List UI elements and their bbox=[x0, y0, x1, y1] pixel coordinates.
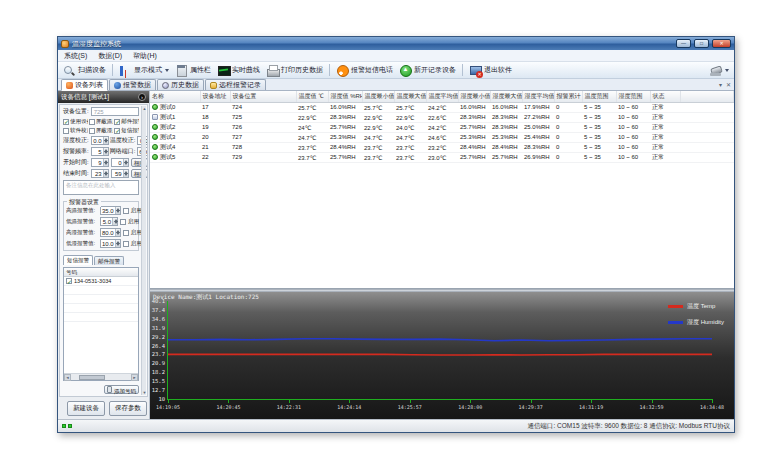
spinner-arrows-icon[interactable] bbox=[103, 137, 108, 144]
checkbox-屏蔽湿度[interactable]: 屏蔽湿度 bbox=[89, 127, 114, 134]
column-header-湿度最大值[interactable]: 湿度最大值 bbox=[490, 91, 522, 102]
table-cell: 25.7%RH bbox=[328, 152, 362, 162]
column-header-湿度值 %RH[interactable]: 湿度值 %RH bbox=[328, 91, 362, 102]
alarm-tab-短信报警[interactable]: 短信报警 bbox=[63, 255, 93, 265]
table-row[interactable]: 测试01772425.7℃16.0%RH25.7℃25.7℃24.2℃16.0%… bbox=[150, 102, 734, 112]
tabbar-close-icon[interactable]: ✕ bbox=[726, 81, 731, 88]
table-cell: 测试1 bbox=[150, 112, 200, 122]
device-location-input[interactable]: 725 bbox=[91, 107, 139, 116]
tab-设备列表[interactable]: 设备列表 bbox=[61, 79, 108, 91]
new-device-button[interactable]: 新建设备 bbox=[67, 401, 105, 416]
spinner-input[interactable]: 0 bbox=[111, 158, 129, 167]
phone-list-item[interactable]: 134-0531-3034 bbox=[64, 277, 138, 286]
gear-icon[interactable]: › bbox=[138, 93, 146, 101]
y-tick-label: 12.7 bbox=[150, 387, 165, 393]
tab-报警数据[interactable]: 报警数据 bbox=[109, 79, 156, 90]
table-row[interactable]: 测试52272923.7℃25.7%RH23.7℃23.7℃23.0℃25.7%… bbox=[150, 152, 734, 162]
menu-item-2[interactable]: 帮助(H) bbox=[133, 51, 157, 61]
column-header-报警累计[interactable]: 报警累计 bbox=[554, 91, 582, 102]
phone-list-hscrollbar[interactable]: ◄► bbox=[64, 373, 138, 380]
table-row[interactable]: 测试32072724.7℃25.3%RH24.7℃24.7℃24.6℃25.3%… bbox=[150, 132, 734, 142]
spinner-input[interactable]: 35.0 bbox=[100, 206, 121, 215]
spinner-input[interactable]: 10.0 bbox=[100, 239, 121, 248]
alarm-tab-邮件报警[interactable]: 邮件报警 bbox=[94, 256, 124, 265]
checkbox-软件校正[interactable]: 软件校正 bbox=[63, 127, 88, 134]
enable-checkbox-icon[interactable] bbox=[120, 219, 126, 225]
spinner-arrows-icon[interactable] bbox=[123, 159, 128, 166]
column-header-设备位置[interactable]: 设备位置 bbox=[230, 91, 296, 102]
scroll-left-icon[interactable]: ◄ bbox=[64, 374, 71, 381]
scroll-right-icon[interactable]: ► bbox=[131, 374, 138, 381]
checkbox-邮件报警[interactable]: 邮件报警 bbox=[114, 118, 139, 125]
remark-input[interactable]: 备注信息在此处输入 bbox=[63, 180, 139, 195]
save-params-button[interactable]: 保存参数 bbox=[109, 401, 147, 416]
spinner-arrows-icon[interactable] bbox=[103, 170, 108, 177]
column-header-名称[interactable]: 名称 bbox=[150, 91, 200, 102]
spinner-arrows-icon[interactable] bbox=[112, 218, 117, 225]
table-row[interactable]: 测试42172823.7℃28.4%RH23.7℃23.7℃23.2℃28.4%… bbox=[150, 142, 734, 152]
x-tick-mark bbox=[591, 400, 592, 403]
toolbar-button-mode[interactable]: 显示模式 bbox=[117, 63, 171, 78]
spinner-arrows-icon[interactable] bbox=[115, 240, 120, 247]
spinner-input[interactable]: 5.0 bbox=[100, 217, 118, 226]
column-header-温度最小值[interactable]: 温度最小值 bbox=[362, 91, 394, 102]
table-cell: 0 bbox=[554, 152, 582, 162]
spinner-input[interactable]: 80.0 bbox=[100, 228, 121, 237]
column-header-湿度范围[interactable]: 湿度范围 bbox=[616, 91, 650, 102]
column-header-状态[interactable]: 状态 bbox=[650, 91, 680, 102]
y-tick-label: 40.1 bbox=[150, 298, 165, 304]
spinner-arrows-icon[interactable] bbox=[115, 207, 120, 214]
table-cell: 22.9℃ bbox=[394, 112, 426, 122]
spinner-input[interactable]: 59 bbox=[111, 169, 129, 178]
sidebar-header: 设备信息 [测试1] › bbox=[58, 91, 149, 103]
table-cell: 23.7℃ bbox=[362, 152, 394, 162]
phone-checkbox-icon[interactable] bbox=[66, 278, 72, 284]
toolbar-button-print[interactable]: 打印历史数据 bbox=[264, 63, 325, 78]
toolbar-button-newrec[interactable]: 新开记录设备 bbox=[397, 63, 458, 78]
spinner-input[interactable]: 0.0 bbox=[91, 136, 109, 145]
toolbar-button-curve[interactable]: 实时曲线 bbox=[215, 63, 262, 78]
spinner-input[interactable]: 5 bbox=[91, 147, 109, 156]
toolbar-button-scan[interactable]: 扫描设备 bbox=[61, 63, 108, 78]
tab-远程报警记录[interactable]: 远程报警记录 bbox=[205, 79, 266, 90]
column-header-温度范围[interactable]: 温度范围 bbox=[582, 91, 616, 102]
spinner-arrows-icon[interactable] bbox=[115, 229, 120, 236]
checkbox-短信报警[interactable]: 短信报警 bbox=[114, 127, 139, 134]
toolbar-button-prop[interactable]: 属性栏 bbox=[173, 63, 213, 78]
column-header-温度最大值[interactable]: 温度最大值 bbox=[394, 91, 426, 102]
enable-checkbox-icon[interactable] bbox=[123, 230, 129, 236]
sidebar-scrollbar[interactable] bbox=[141, 106, 146, 395]
column-header-设备地址[interactable]: 设备地址 bbox=[200, 91, 230, 102]
enable-checkbox-icon[interactable] bbox=[123, 241, 129, 247]
table-row[interactable]: 测试21972624℃25.7%RH22.9℃24.0℃24.2℃25.7%RH… bbox=[150, 122, 734, 132]
enable-checkbox-icon[interactable] bbox=[123, 208, 129, 214]
spinner-arrows-icon[interactable] bbox=[123, 170, 128, 177]
table-row[interactable]: 测试11872522.9℃28.3%RH22.9℃22.9℃22.6℃28.3%… bbox=[150, 112, 734, 122]
menu-item-1[interactable]: 数据(D) bbox=[98, 51, 122, 61]
mode-icon bbox=[119, 64, 132, 77]
menu-item-0[interactable]: 系统(S) bbox=[64, 51, 87, 61]
maximize-button[interactable]: □ bbox=[694, 39, 709, 48]
toolbar-button-sms[interactable]: 报警短信电话 bbox=[334, 63, 395, 78]
spinner-arrows-icon[interactable] bbox=[103, 148, 108, 155]
spinner-input[interactable]: 9 bbox=[91, 158, 109, 167]
column-header-湿度平均值[interactable]: 湿度平均值 bbox=[522, 91, 554, 102]
spinner-arrows-icon[interactable] bbox=[103, 159, 108, 166]
table-cell: 正常 bbox=[650, 152, 680, 162]
toolbar-button-exit[interactable]: 退出软件 bbox=[467, 63, 514, 78]
checkbox-使用设备[interactable]: 使用设备 bbox=[63, 118, 88, 125]
hscroll-thumb[interactable] bbox=[79, 375, 105, 380]
column-header-温度平均值[interactable]: 温度平均值 bbox=[426, 91, 458, 102]
close-button[interactable]: ✕ bbox=[712, 39, 731, 48]
table-cell: 25.0%RH bbox=[522, 122, 554, 132]
spinner-input[interactable]: 23 bbox=[91, 169, 109, 178]
checkbox-屏蔽温度[interactable]: 屏蔽温度 bbox=[89, 118, 114, 125]
tab-历史数据[interactable]: 历史数据 bbox=[157, 79, 204, 90]
chart-legend: 温度 Temp湿度 Humidity bbox=[668, 302, 724, 327]
add-number-button[interactable]: 添加号码 bbox=[104, 385, 139, 394]
column-header-湿度最小值[interactable]: 湿度最小值 bbox=[458, 91, 490, 102]
device-menu-button[interactable] bbox=[707, 63, 731, 78]
tabbar-collapse-icon[interactable]: ▾ bbox=[719, 81, 722, 88]
minimize-button[interactable]: — bbox=[676, 39, 691, 48]
column-header-温度值 ℃[interactable]: 温度值 ℃ bbox=[296, 91, 328, 102]
